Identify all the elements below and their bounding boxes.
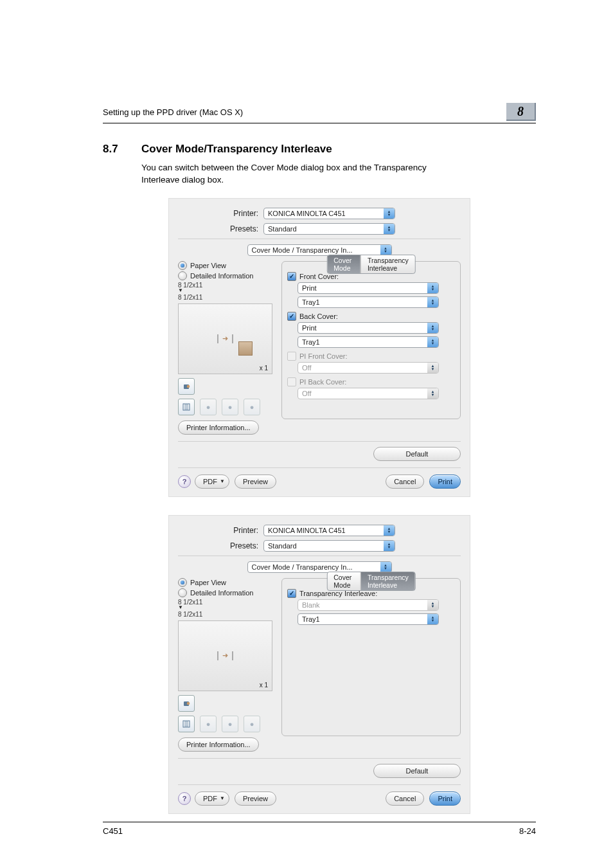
ghost-icon-2: ●	[222, 399, 238, 415]
presets-label: Presets:	[178, 541, 263, 550]
output-icon[interactable]	[178, 716, 195, 732]
preview-count: x 1	[260, 682, 268, 689]
stepper-icon: ▲▼	[384, 525, 395, 536]
stepper-icon: ▲▼	[384, 541, 395, 551]
output-icon[interactable]	[178, 399, 195, 415]
lock-icon[interactable]	[178, 695, 195, 712]
front-cover-mode-value: Print	[302, 284, 317, 292]
printer-label: Printer:	[178, 209, 263, 218]
pi-back-cover-label: PI Back Cover:	[299, 378, 346, 386]
interleave-tray-select[interactable]: Tray1▲▼	[298, 613, 439, 625]
detailed-info-radio[interactable]	[178, 271, 187, 280]
stepper-icon: ▲▼	[427, 388, 438, 399]
section-title: Cover Mode/Transparency Interleave	[141, 143, 332, 156]
paper-preview: ➜ x 1	[178, 303, 272, 374]
printer-information-button[interactable]: Printer Information...	[178, 420, 259, 435]
back-cover-tray-value: Tray1	[302, 338, 320, 346]
arrow-icon: ➜	[222, 334, 228, 343]
paper-size-bottom: 8 1/2x11	[178, 611, 278, 618]
tab-transparency-interleave[interactable]: Transparency Interleave	[361, 572, 415, 590]
stepper-icon: ▲▼	[427, 283, 438, 293]
lock-icon[interactable]	[178, 378, 195, 395]
print-button[interactable]: Print	[429, 791, 461, 806]
detailed-info-radio[interactable]	[178, 588, 187, 597]
body-text-line2: Interleave dialog box.	[141, 175, 224, 185]
pdf-button-label: PDF	[203, 795, 217, 802]
section-number: 8.7	[103, 143, 141, 156]
presets-select[interactable]: Standard ▲▼	[263, 540, 395, 552]
pi-front-cover-select: Off▲▼	[298, 362, 439, 374]
pi-back-cover-select: Off▲▼	[298, 388, 439, 399]
print-dialog-cover-mode: Printer: KONICA MINOLTA C451 ▲▼ Presets:…	[168, 198, 470, 497]
interleave-mode-select: Blank▲▼	[298, 599, 439, 611]
stepper-icon: ▲▼	[427, 614, 438, 624]
interleave-mode-value: Blank	[302, 601, 320, 609]
back-cover-checkbox[interactable]: ✓	[287, 312, 296, 321]
printer-value: KONICA MINOLTA C451	[268, 527, 346, 534]
stepper-icon: ▲▼	[427, 337, 438, 347]
printer-select[interactable]: KONICA MINOLTA C451 ▲▼	[263, 525, 395, 536]
printer-information-button[interactable]: Printer Information...	[178, 737, 259, 752]
print-dialog-transparency: Printer: KONICA MINOLTA C451 ▲▼ Presets:…	[168, 515, 470, 814]
ghost-icon-3: ●	[244, 399, 260, 415]
paper-preview: ➜ x 1	[178, 620, 272, 691]
back-cover-tray-select[interactable]: Tray1▲▼	[298, 336, 439, 348]
chapter-number-box: 8	[506, 103, 536, 121]
paper-view-radio[interactable]	[178, 261, 187, 270]
ghost-icon-1: ●	[200, 716, 217, 732]
tab-transparency-interleave[interactable]: Transparency Interleave	[361, 255, 415, 273]
pane-value: Cover Mode / Transparency In...	[252, 246, 353, 254]
interleave-tray-value: Tray1	[302, 615, 320, 623]
pane-value: Cover Mode / Transparency In...	[252, 563, 353, 571]
detailed-info-label: Detailed Information	[190, 272, 253, 280]
help-icon[interactable]: ?	[178, 792, 191, 805]
stepper-icon: ▲▼	[380, 245, 391, 255]
ghost-icon-3: ●	[244, 716, 260, 732]
body-text-line1: You can switch between the Cover Mode di…	[141, 163, 427, 172]
pdf-button[interactable]: PDF▼	[195, 475, 229, 489]
chevron-down-icon: ▼	[220, 795, 225, 801]
pdf-button-label: PDF	[203, 478, 217, 485]
ghost-icon-2: ●	[222, 716, 238, 732]
pdf-button[interactable]: PDF▼	[195, 791, 229, 806]
presets-value: Standard	[268, 225, 297, 233]
help-icon[interactable]: ?	[178, 475, 191, 488]
svg-point-1	[187, 384, 190, 388]
printer-select[interactable]: KONICA MINOLTA C451 ▲▼	[263, 208, 395, 219]
cancel-button[interactable]: Cancel	[386, 791, 424, 806]
pi-back-cover-value: Off	[302, 390, 311, 397]
pi-front-cover-checkbox	[287, 352, 296, 361]
arrow-icon: ➜	[222, 651, 228, 660]
default-button[interactable]: Default	[373, 764, 461, 778]
printer-label: Printer:	[178, 526, 263, 535]
paper-size-bottom: 8 1/2x11	[178, 294, 278, 301]
front-cover-tray-select[interactable]: Tray1▲▼	[298, 296, 439, 308]
cover-transparency-tab-pane: Cover Mode Transparency Interleave ✓ Tra…	[281, 578, 461, 736]
front-cover-mode-select[interactable]: Print▲▼	[298, 282, 439, 294]
tab-cover-mode[interactable]: Cover Mode	[327, 572, 361, 590]
paper-view-radio[interactable]	[178, 578, 187, 587]
back-cover-mode-select[interactable]: Print▲▼	[298, 322, 439, 334]
default-button[interactable]: Default	[373, 447, 461, 461]
front-cover-tray-value: Tray1	[302, 298, 320, 306]
stepper-icon: ▲▼	[380, 562, 391, 572]
chevron-down-icon: ▼	[220, 478, 225, 484]
back-cover-label: Back Cover:	[299, 312, 338, 320]
stepper-icon: ▲▼	[384, 224, 395, 234]
preview-button[interactable]: Preview	[235, 475, 276, 489]
back-cover-mode-value: Print	[302, 324, 317, 332]
detailed-info-label: Detailed Information	[190, 589, 253, 597]
svg-point-4	[187, 701, 190, 705]
preview-button[interactable]: Preview	[235, 791, 276, 806]
preview-count: x 1	[260, 365, 268, 372]
transparency-interleave-checkbox[interactable]: ✓	[287, 589, 296, 598]
front-cover-checkbox[interactable]: ✓	[287, 272, 296, 281]
print-button[interactable]: Print	[429, 475, 461, 489]
paper-view-label: Paper View	[190, 262, 226, 269]
paper-size-top: 8 1/2x11	[178, 599, 278, 606]
presets-select[interactable]: Standard ▲▼	[263, 223, 395, 235]
tab-cover-mode[interactable]: Cover Mode	[327, 255, 361, 273]
stepper-icon: ▲▼	[427, 297, 438, 307]
ghost-icon-1: ●	[200, 399, 217, 415]
cancel-button[interactable]: Cancel	[386, 475, 424, 489]
